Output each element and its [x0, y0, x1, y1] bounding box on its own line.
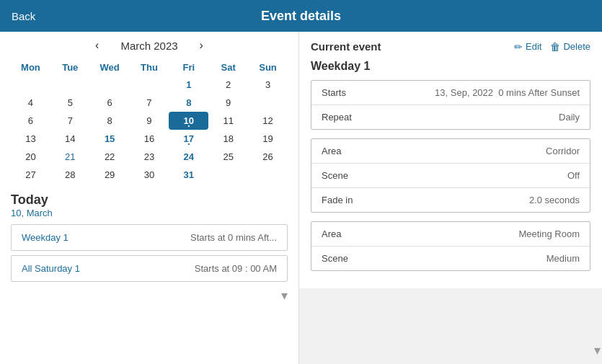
- list-scroll-down[interactable]: ▾: [11, 288, 288, 303]
- delete-icon: 🗑: [550, 41, 560, 53]
- fadein-value: 2.0 seconds: [529, 195, 580, 205]
- info-card-starts: Starts 13, Sep, 2022 0 mins After Sunset…: [311, 80, 590, 130]
- event-name: All Saturday 1: [22, 263, 80, 274]
- cal-day[interactable]: 8: [169, 94, 208, 112]
- cal-day[interactable]: 21: [50, 148, 90, 166]
- cal-day[interactable]: 6: [11, 112, 50, 130]
- event-time: Starts at 0 mins Aft...: [190, 232, 277, 243]
- repeat-value: Daily: [559, 112, 580, 123]
- area1-value: Corridor: [546, 146, 580, 156]
- back-button[interactable]: Back: [12, 10, 35, 22]
- cal-day: [248, 166, 288, 184]
- cal-day[interactable]: 18: [208, 130, 248, 148]
- event-time: Starts at 09 : 00 AM: [195, 263, 277, 274]
- edit-label: Edit: [526, 41, 541, 52]
- cal-day[interactable]: 15: [90, 130, 130, 148]
- calendar-header: ‹ March 2023 ›: [11, 39, 288, 52]
- event-item-allsaturday1[interactable]: All Saturday 1 Starts at 09 : 00 AM: [11, 255, 288, 282]
- event-item-weekday1[interactable]: Weekday 1 Starts at 0 mins Aft...: [11, 224, 288, 251]
- cal-day[interactable]: 1: [169, 76, 208, 94]
- weekday-header-tue: Tue: [50, 59, 90, 76]
- cal-day[interactable]: 5: [50, 94, 90, 112]
- cal-day[interactable]: 3: [248, 76, 288, 94]
- current-event-title: Current event: [311, 40, 381, 53]
- cal-day[interactable]: 7: [50, 112, 90, 130]
- repeat-label: Repeat: [322, 112, 352, 123]
- area2-value: Meeting Room: [518, 228, 580, 239]
- scene2-label: Scene: [322, 253, 348, 264]
- header: Back Event details: [0, 0, 602, 32]
- scene1-value: Off: [567, 170, 580, 181]
- cal-day[interactable]: 20: [11, 148, 50, 166]
- info-card-area2: Area Meeting Room Scene Medium: [311, 221, 590, 271]
- today-label: Today 10, March: [11, 192, 288, 218]
- cal-day[interactable]: 9: [208, 94, 248, 112]
- scene2-value: Medium: [546, 253, 580, 264]
- cal-day[interactable]: 25: [208, 148, 248, 166]
- cal-day[interactable]: 28: [50, 166, 90, 184]
- info-card-area1: Area Corridor Scene Off Fade in 2.0 seco…: [311, 138, 590, 213]
- cal-day: [11, 76, 50, 94]
- cal-day[interactable]: 19: [248, 130, 288, 148]
- right-scroll-down[interactable]: ▾: [594, 342, 601, 358]
- cal-day[interactable]: 12: [248, 112, 288, 130]
- cal-day[interactable]: 29: [90, 166, 130, 184]
- right-panel: Current event ✏ Edit 🗑 Delete Weekday 1 …: [299, 32, 602, 288]
- cal-day[interactable]: 17: [169, 130, 208, 148]
- info-row-scene1: Scene Off: [311, 164, 590, 188]
- info-row-area1: Area Corridor: [311, 139, 590, 164]
- cal-day[interactable]: 13: [11, 130, 50, 148]
- calendar-grid: Mon Tue Wed Thu Fri Sat Sun 1 2 3: [11, 59, 288, 184]
- weekday-header-fri: Fri: [169, 59, 208, 76]
- prev-month-button[interactable]: ‹: [95, 39, 99, 52]
- next-month-button[interactable]: ›: [200, 39, 203, 52]
- cal-day[interactable]: 2: [208, 76, 248, 94]
- info-row-fadein: Fade in 2.0 seconds: [311, 188, 590, 212]
- cal-day[interactable]: 4: [11, 94, 50, 112]
- cal-day[interactable]: 31: [169, 166, 208, 184]
- event-list: Weekday 1 Starts at 0 mins Aft... All Sa…: [11, 224, 288, 303]
- weekday-header-wed: Wed: [90, 59, 130, 76]
- right-panel-wrapper: Current event ✏ Edit 🗑 Delete Weekday 1 …: [299, 32, 602, 364]
- scene1-label: Scene: [322, 170, 348, 181]
- right-actions: ✏ Edit 🗑 Delete: [514, 41, 590, 53]
- area2-label: Area: [322, 228, 341, 239]
- today-text: Today: [11, 192, 288, 208]
- cal-day[interactable]: 7: [130, 94, 169, 112]
- cal-day[interactable]: 11: [208, 112, 248, 130]
- weekday-header-sat: Sat: [208, 59, 248, 76]
- starts-label: Starts: [322, 87, 346, 98]
- cal-day[interactable]: [248, 94, 288, 112]
- right-panel-header: Current event ✏ Edit 🗑 Delete: [311, 40, 590, 53]
- month-title: March 2023: [120, 40, 177, 52]
- cal-day[interactable]: 26: [248, 148, 288, 166]
- info-row-area2: Area Meeting Room: [311, 222, 590, 247]
- today-date: 10, March: [11, 208, 288, 218]
- cal-day[interactable]: 30: [130, 166, 169, 184]
- cal-day[interactable]: 22: [90, 148, 130, 166]
- weekday-section-title: Weekday 1: [311, 60, 590, 73]
- edit-button[interactable]: ✏ Edit: [514, 41, 541, 53]
- delete-label: Delete: [563, 41, 590, 52]
- weekday-header-sun: Sun: [248, 59, 288, 76]
- info-row-starts: Starts 13, Sep, 2022 0 mins After Sunset: [311, 81, 590, 105]
- cal-day[interactable]: 23: [130, 148, 169, 166]
- info-row-scene2: Scene Medium: [311, 247, 590, 270]
- main-layout: ‹ March 2023 › Mon Tue Wed Thu Fri Sat S…: [0, 32, 602, 364]
- cal-day[interactable]: 8: [90, 112, 130, 130]
- cal-day[interactable]: 9: [130, 112, 169, 130]
- cal-day[interactable]: 6: [90, 94, 130, 112]
- cal-day-selected[interactable]: 10: [169, 112, 208, 130]
- fadein-label: Fade in: [322, 195, 353, 205]
- cal-day: [50, 76, 90, 94]
- info-row-repeat: Repeat Daily: [311, 105, 590, 129]
- left-panel: ‹ March 2023 › Mon Tue Wed Thu Fri Sat S…: [0, 32, 299, 364]
- cal-day[interactable]: 14: [50, 130, 90, 148]
- weekday-header-thu: Thu: [130, 59, 169, 76]
- weekday-header-mon: Mon: [11, 59, 50, 76]
- cal-day: [90, 76, 130, 94]
- cal-day[interactable]: 27: [11, 166, 50, 184]
- delete-button[interactable]: 🗑 Delete: [550, 41, 590, 53]
- cal-day[interactable]: 16: [130, 130, 169, 148]
- cal-day[interactable]: 24: [169, 148, 208, 166]
